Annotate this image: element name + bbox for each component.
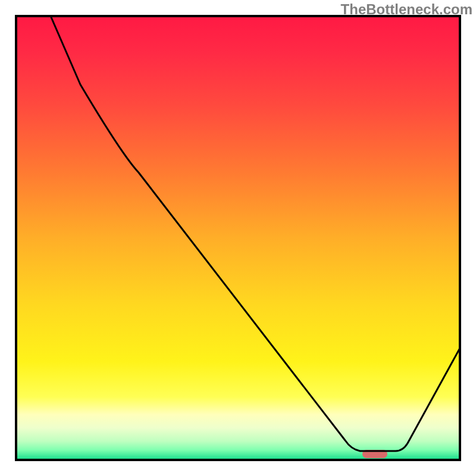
chart-container: TheBottleneck.com — [0, 0, 476, 476]
curve-line — [51, 17, 460, 451]
watermark-text: TheBottleneck.com — [341, 1, 472, 18]
axes-border — [16, 16, 460, 460]
plot-frame — [15, 15, 461, 461]
